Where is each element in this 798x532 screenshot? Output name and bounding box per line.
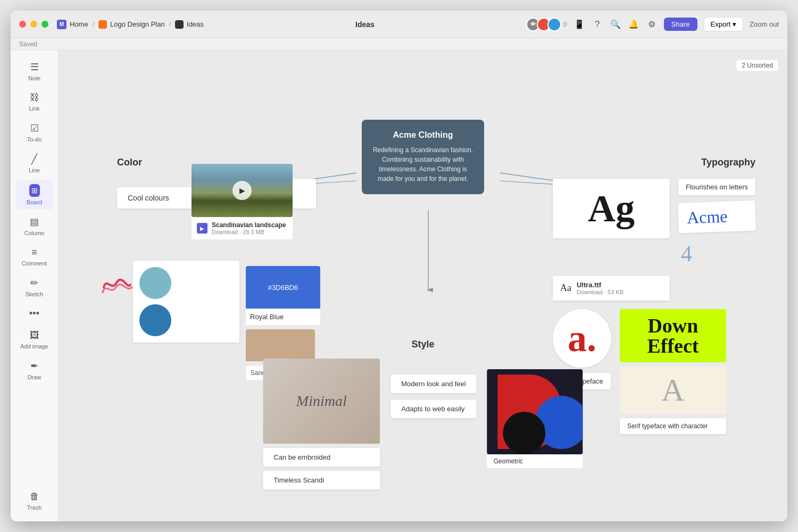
line-icon: ╱: [31, 153, 37, 165]
export-label: Export: [711, 20, 731, 28]
serif-char-card[interactable]: A: [620, 367, 726, 414]
breadcrumb: M Home / Logo Design Plan / Ideas: [57, 20, 204, 29]
color-palette-card[interactable]: [133, 261, 239, 343]
color-circles-container: [139, 267, 233, 336]
page-title: Ideas: [204, 20, 526, 29]
canvas[interactable]: 2 Unsorted: [59, 51, 787, 521]
serif-character-label: Serif typeface with character: [620, 418, 726, 434]
export-button[interactable]: Export ▾: [704, 17, 744, 31]
sidebar-item-link[interactable]: ⛓ Link: [16, 88, 53, 116]
style-notes-column: Modern look and feel Adapts to web easil…: [390, 375, 476, 418]
video-card[interactable]: ▶: [192, 164, 293, 217]
color-circle-dark-blue: [139, 304, 171, 336]
typography-row-2: a. Serif typeface Down Effect: [553, 309, 755, 434]
video-container: ▶ ▶ Scandinavian landscape Download · 28…: [192, 164, 293, 239]
down-effect-card[interactable]: Down Effect: [620, 309, 726, 362]
sidebar-item-todo[interactable]: ☑ To-do: [16, 118, 53, 147]
add-image-icon: 🖼: [30, 330, 39, 341]
sidebar-trash-label: Trash: [27, 504, 42, 511]
typography-section: Typography Ag Flourishes on letters Acm: [553, 157, 755, 434]
zoom-out-button[interactable]: Zoom out: [750, 20, 779, 28]
blue-hex: #3D6BD6: [268, 284, 298, 292]
titlebar-actions: 👁 0 📱 ? 🔍 🔔 ⚙ Share Export ▾ Zoom out: [526, 17, 779, 31]
color-circle-light-blue: [139, 267, 171, 299]
breadcrumb-sep-2: /: [169, 21, 171, 28]
geometric-card[interactable]: [487, 369, 583, 454]
avatar-3: [547, 18, 561, 31]
timeless-scandi-card[interactable]: Timeless Scandi: [263, 471, 380, 489]
viewer-avatars: 👁 0: [526, 18, 567, 31]
ag-text: Ag: [563, 189, 659, 228]
sidebar-item-board[interactable]: ⊞ Board: [16, 180, 53, 210]
flourishes-label-text: Flourishes on letters: [686, 183, 748, 191]
sidebar-item-more[interactable]: •••: [16, 304, 53, 323]
sidebar-todo-label: To-do: [27, 136, 42, 143]
breadcrumb-home-label: Home: [70, 20, 88, 28]
bell-icon[interactable]: 🔔: [628, 19, 639, 30]
down-effect-text: Down Effect: [620, 315, 726, 356]
ag-card[interactable]: Ag: [553, 179, 670, 238]
central-card: Acme Clothing Redefining a Scandinavian …: [362, 120, 484, 194]
minimal-card[interactable]: Minimal: [263, 359, 380, 444]
breadcrumb-logo-label: Logo Design Plan: [110, 20, 165, 28]
export-chevron-icon: ▾: [733, 20, 736, 28]
column-icon: ▤: [30, 216, 39, 228]
breadcrumb-logo-plan[interactable]: Logo Design Plan: [98, 20, 165, 29]
logo-plan-icon: [98, 20, 107, 29]
flourishes-card[interactable]: Flourishes on letters: [678, 179, 755, 195]
hand-drawn-4: 4: [678, 238, 755, 269]
ultra-aa-icon: Aa: [560, 282, 571, 294]
minimal-image: Minimal: [263, 359, 380, 444]
sidebar-link-label: Link: [29, 105, 39, 112]
sidebar-item-note[interactable]: ☰ Note: [16, 57, 53, 86]
sidebar-line-label: Line: [29, 167, 40, 173]
more-icon: •••: [29, 308, 39, 319]
typography-row-1: Ag Flourishes on letters Acme 4: [553, 179, 755, 269]
acme-script-text: Acme: [686, 206, 728, 227]
main-layout: ☰ Note ⛓ Link ☑ To-do ╱ Line ⊞ Board ▤ C…: [11, 51, 787, 521]
style-row: Minimal Can be embroided Timeless Scandi…: [263, 359, 583, 489]
royal-blue-label: Royal Blue: [250, 313, 316, 321]
sidebar-item-comment[interactable]: ≡ Comment: [16, 243, 53, 271]
search-icon[interactable]: 🔍: [610, 19, 621, 30]
minimal-text: Minimal: [296, 393, 347, 410]
video-info: ▶ Scandinavian landscape Download · 28.3…: [192, 217, 293, 239]
adapts-web-card[interactable]: Adapts to web easily: [390, 400, 476, 418]
sidebar-item-line[interactable]: ╱ Line: [16, 149, 53, 178]
unsorted-badge: 2 Unsorted: [736, 59, 779, 72]
embroidable-card[interactable]: Can be embroided: [263, 448, 380, 467]
serif-char-icon: A: [661, 372, 684, 409]
sidebar-item-draw[interactable]: ✒ Draw: [16, 356, 53, 385]
ultra-ttf-card[interactable]: Aa Ultra.ttf Download · 53 KB: [553, 276, 670, 301]
ultra-download: Download · 53 KB: [577, 289, 624, 295]
device-icon[interactable]: 📱: [573, 19, 585, 30]
draw-icon: ✒: [30, 360, 38, 372]
sidebar-board-label: Board: [27, 199, 42, 205]
minimize-button[interactable]: [30, 21, 37, 28]
sidebar-item-add-image[interactable]: 🖼 Add image: [16, 326, 53, 354]
settings-icon[interactable]: ⚙: [646, 19, 658, 30]
sidebar-item-trash[interactable]: 🗑 Trash: [16, 487, 53, 515]
typography-section-title: Typography: [553, 157, 755, 168]
sidebar-item-sketch[interactable]: ✏ Sketch: [16, 273, 53, 302]
home-icon: M: [57, 20, 66, 29]
help-icon[interactable]: ?: [592, 19, 603, 30]
breadcrumb-home[interactable]: M Home: [57, 20, 88, 29]
breadcrumb-ideas[interactable]: Ideas: [175, 20, 204, 29]
down-effect-column: Down Effect A Serif typeface with charac…: [620, 309, 726, 434]
play-button[interactable]: ▶: [232, 181, 252, 200]
board-icon: ⊞: [29, 184, 40, 197]
cool-colours-label: Cool colours: [128, 194, 169, 202]
breadcrumb-sep-1: /: [93, 21, 94, 28]
sidebar-add-image-label: Add image: [20, 343, 48, 350]
titlebar: M Home / Logo Design Plan / Ideas Ideas …: [11, 11, 787, 38]
ultra-name: Ultra.ttf: [577, 281, 624, 289]
acme-script-card[interactable]: Acme: [678, 200, 756, 233]
close-button[interactable]: [19, 21, 26, 28]
share-button[interactable]: Share: [664, 18, 697, 31]
royal-blue-swatch[interactable]: #3D6BD6 Royal Blue: [246, 266, 320, 325]
style-section: Style Minimal Can be embroided Timeless …: [263, 339, 583, 489]
sidebar-item-column[interactable]: ▤ Column: [16, 212, 53, 240]
maximize-button[interactable]: [41, 21, 48, 28]
modern-look-card[interactable]: Modern look and feel: [390, 375, 476, 393]
